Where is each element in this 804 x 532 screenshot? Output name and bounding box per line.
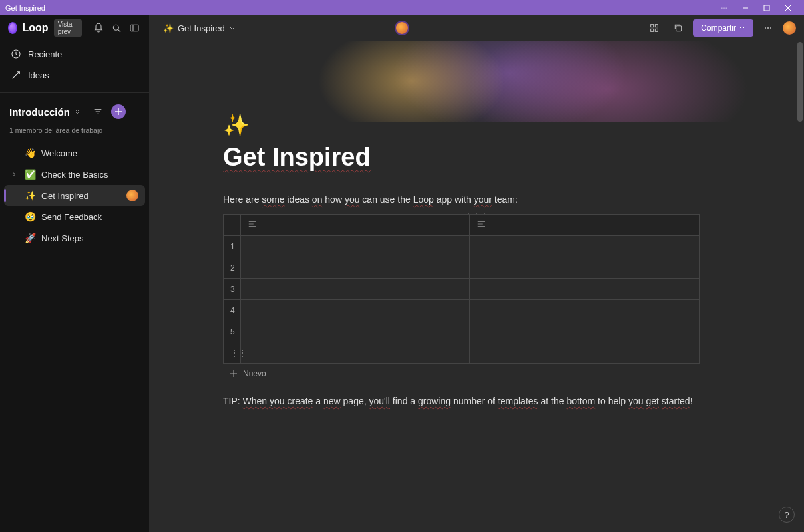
text-column-icon [477, 221, 486, 231]
face-icon: 🥹 [24, 211, 36, 222]
page-title[interactable]: Get Inspired [223, 143, 371, 172]
intro-text[interactable]: Here are some ideas on how you can use t… [223, 194, 731, 205]
chevron-right-icon[interactable] [11, 170, 19, 180]
cell[interactable] [470, 279, 700, 300]
row-number: 5 [224, 321, 241, 342]
tip-text[interactable]: TIP: When you create a new page, you'll … [223, 396, 731, 406]
ideas-table[interactable]: 1 2 3 4 5 ⋮⋮ [223, 214, 700, 364]
text-column-icon [248, 221, 257, 231]
sparkle-icon: ✨ [24, 190, 36, 201]
brand-name: Loop [23, 22, 49, 34]
table-container: ⋮⋮⋮ 1 2 3 [223, 214, 731, 378]
panel-toggle-icon[interactable] [128, 19, 141, 37]
cell[interactable] [470, 257, 700, 279]
row-number-header [224, 215, 241, 236]
breadcrumb-label: Get Inspired [178, 23, 225, 33]
svg-rect-19 [651, 29, 654, 31]
column-header-b[interactable] [470, 215, 700, 236]
table-row[interactable]: 1 [224, 236, 700, 257]
workspace-subtitle: 1 miembro del área de trabajo [0, 126, 149, 140]
chevron-down-icon [739, 25, 745, 31]
presence-avatar [126, 190, 138, 201]
row-drag-handle-icon[interactable]: ⋮⋮ [224, 342, 241, 364]
svg-point-2 [726, 7, 727, 8]
sidebar-item-recent[interactable]: Reciente [0, 43, 149, 65]
add-row-button[interactable]: Nuevo [223, 369, 731, 378]
account-avatar[interactable] [783, 21, 796, 35]
cell[interactable] [241, 300, 470, 321]
checkbox-icon: ✅ [24, 169, 36, 180]
cell[interactable] [470, 236, 700, 257]
cell[interactable] [241, 236, 470, 257]
tree-item-welcome[interactable]: 👋 Welcome [4, 142, 145, 164]
maximize-button[interactable] [756, 0, 777, 15]
tree-item-get-inspired[interactable]: ✨ Get Inspired [4, 185, 145, 206]
column-drag-handle-icon[interactable]: ⋮⋮⋮ [465, 207, 489, 215]
cover-image[interactable] [150, 41, 804, 122]
cell[interactable] [470, 300, 700, 321]
rocket-icon: 🚀 [24, 233, 36, 243]
workspace-header[interactable]: Introducción [0, 97, 149, 126]
tree-item-check-basics[interactable]: ✅ Check the Basics [4, 164, 145, 185]
sidebar-item-ideas[interactable]: Ideas [0, 65, 149, 86]
titlebar-more-icon[interactable] [713, 0, 735, 15]
page-icon[interactable]: ✨ [223, 112, 731, 138]
preview-badge: Vista prev [54, 19, 82, 37]
cell[interactable] [470, 342, 700, 364]
cell[interactable] [241, 321, 470, 342]
svg-rect-21 [676, 26, 682, 31]
cell[interactable] [470, 321, 700, 342]
apps-icon[interactable] [645, 19, 664, 37]
row-number: 1 [224, 236, 241, 257]
copy-component-icon[interactable] [669, 19, 688, 37]
sparkle-icon: ✨ [163, 23, 174, 33]
scrollbar[interactable] [797, 42, 803, 122]
search-icon[interactable] [110, 19, 123, 37]
tree-item-label: Next Steps [41, 233, 84, 243]
filter-icon[interactable] [89, 102, 107, 121]
row-number: 4 [224, 300, 241, 321]
svg-line-8 [118, 30, 120, 32]
share-button[interactable]: Compartir [693, 19, 753, 37]
tree-item-label: Welcome [41, 148, 77, 158]
sidebar-item-label: Ideas [28, 70, 49, 80]
chevron-down-icon [229, 25, 236, 31]
breadcrumb[interactable]: ✨ Get Inspired [158, 21, 241, 36]
svg-point-22 [765, 27, 766, 29]
tree-item-label: Get Inspired [41, 191, 89, 201]
presence-avatar[interactable] [395, 21, 409, 35]
sidebar-item-label: Reciente [28, 49, 62, 59]
sort-icon [74, 108, 81, 115]
svg-rect-18 [656, 25, 658, 27]
main-toolbar: ✨ Get Inspired Compartir [150, 15, 804, 41]
table-row[interactable]: 5 [224, 321, 700, 342]
share-label: Compartir [701, 23, 736, 33]
svg-point-7 [114, 25, 119, 30]
workspace-title: Introducción [9, 106, 70, 118]
document-scroll[interactable]: ✨ Get Inspired Here are some ideas on ho… [150, 41, 804, 532]
sidebar-header: Loop Vista prev [0, 15, 149, 41]
close-button[interactable] [777, 0, 799, 15]
tree-item-send-feedback[interactable]: 🥹 Send Feedback [4, 206, 145, 227]
minimize-button[interactable] [735, 0, 756, 15]
svg-rect-4 [764, 5, 769, 11]
main-panel: ✨ Get Inspired Compartir [150, 15, 804, 532]
tree-item-next-steps[interactable]: 🚀 Next Steps [4, 227, 145, 249]
table-row[interactable]: ⋮⋮ [224, 342, 700, 364]
add-page-button[interactable] [111, 104, 126, 119]
notifications-icon[interactable] [93, 19, 105, 37]
table-row[interactable]: 3 [224, 279, 700, 300]
cell[interactable] [241, 342, 470, 364]
titlebar: Get Inspired [0, 0, 804, 15]
column-header-a[interactable] [241, 215, 470, 236]
add-row-label: Nuevo [243, 369, 266, 378]
cell[interactable] [241, 257, 470, 279]
table-row[interactable]: 4 [224, 300, 700, 321]
cell[interactable] [241, 279, 470, 300]
sidebar: Loop Vista prev Reciente Ideas [0, 15, 150, 532]
svg-point-23 [767, 27, 769, 29]
more-icon[interactable] [759, 19, 777, 37]
table-row[interactable]: 2 [224, 257, 700, 279]
help-button[interactable]: ? [779, 507, 795, 523]
window-title: Get Inspired [5, 4, 45, 12]
